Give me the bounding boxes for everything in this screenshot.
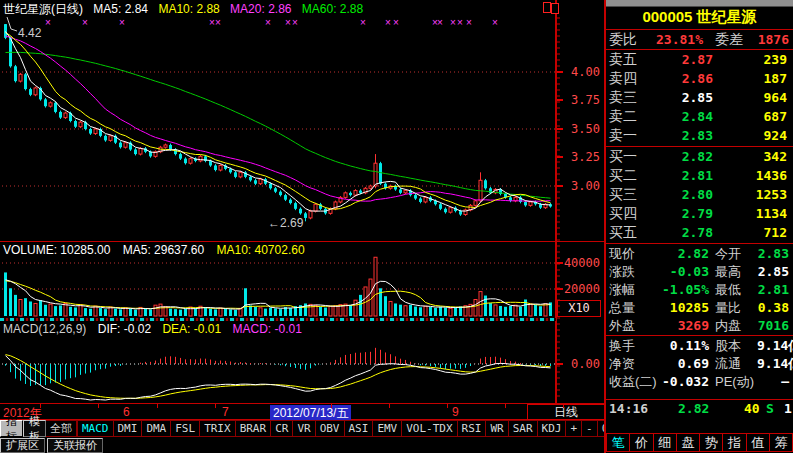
- info-value: -0.03: [655, 263, 709, 281]
- panel-divider-line: [606, 335, 793, 336]
- bid-row-price: 2.79: [651, 204, 713, 223]
- svg-text:×: ×: [119, 17, 125, 28]
- quote-tab-笔[interactable]: 笔: [606, 433, 630, 452]
- window-restore-icon[interactable]: [543, 2, 559, 13]
- info-label: 内盘: [709, 317, 757, 335]
- template-button[interactable]: 模板: [23, 420, 46, 437]
- ask-row[interactable]: 卖五2.87239: [606, 50, 793, 69]
- bid-row-price: 2.81: [651, 166, 713, 185]
- indicator-tab-macd[interactable]: MACD: [77, 420, 114, 437]
- indicator-tab-vol-tdx[interactable]: VOL-TDX: [402, 420, 457, 437]
- indicator-tab-brar[interactable]: BRAR: [236, 420, 272, 437]
- info-value: 2.82: [655, 245, 709, 263]
- weicha-value: 1876: [743, 31, 789, 48]
- bid-row[interactable]: 买五2.78712: [606, 223, 793, 242]
- indicator-tab-obv[interactable]: OBV: [316, 420, 345, 437]
- panel-divider-line: [606, 29, 793, 30]
- indicator-button[interactable]: 指标: [0, 420, 23, 437]
- info-value: 3269: [655, 317, 709, 335]
- quote-tab-筹[interactable]: 筹: [770, 433, 793, 452]
- svg-text:×: ×: [82, 17, 88, 28]
- info-label: 最高: [709, 263, 757, 281]
- indicator-tab-asi[interactable]: ASI: [345, 420, 374, 437]
- bid-row[interactable]: 买二2.811436: [606, 166, 793, 185]
- x-axis-label: 9: [452, 405, 459, 419]
- quote-tab-价[interactable]: 价: [630, 433, 653, 452]
- pane-divider: [0, 241, 605, 242]
- indicator-tab-kdj[interactable]: KDJ: [538, 420, 567, 437]
- bid-row[interactable]: 买一2.82342: [606, 147, 793, 166]
- x-axis-tick: [157, 404, 158, 408]
- info-label: 收益(二): [609, 373, 655, 391]
- ask-row-price: 2.83: [651, 126, 713, 145]
- linked-quotes-button[interactable]: 关联报价: [47, 438, 103, 453]
- all-button[interactable]: 全部: [46, 420, 77, 437]
- info-row: 现价2.82今开2.83: [606, 245, 793, 263]
- volume-header: VOLUME: 10285.00 MA5: 29637.60 MA10: 407…: [3, 243, 314, 257]
- volume-axis-label: 40000: [558, 256, 600, 270]
- info-row: 涨跌-0.03最高2.85: [606, 263, 793, 281]
- info-value: 2.85: [757, 263, 789, 281]
- weicha-label: 委差: [703, 31, 743, 48]
- indicator-tab-rsi[interactable]: RSI: [458, 420, 487, 437]
- bid-row-price: 2.82: [651, 147, 713, 166]
- info-row: 涨幅-1.05%最低2.81: [606, 281, 793, 299]
- indicator-tab-vr[interactable]: VR: [293, 420, 315, 437]
- volume-ma5: MA5: 29637.60: [123, 243, 204, 257]
- x-axis-tick: [505, 404, 506, 408]
- ask-row-label: 卖一: [609, 126, 651, 145]
- indicator-tab-emv[interactable]: EMV: [373, 420, 402, 437]
- volume-ma10: MA10: 40702.60: [217, 243, 305, 257]
- bid-row[interactable]: 买四2.791134: [606, 204, 793, 223]
- chart-title: 世纪星源(日线): [3, 2, 83, 16]
- info-label: 今开: [709, 245, 757, 263]
- info-value: -1.05%: [655, 281, 709, 299]
- ask-row[interactable]: 卖四2.86187: [606, 69, 793, 88]
- indicator-tab-dmi[interactable]: DMI: [114, 420, 143, 437]
- ask-row[interactable]: 卖一2.83924: [606, 126, 793, 145]
- svg-text:×: ×: [292, 17, 298, 28]
- bid-row-price: 2.78: [651, 223, 713, 242]
- bid-row[interactable]: 买三2.801253: [606, 185, 793, 204]
- svg-text:×: ×: [466, 17, 472, 28]
- quote-tab-盘[interactable]: 盘: [677, 433, 700, 452]
- quote-tab-值[interactable]: 值: [747, 433, 770, 452]
- indicator-tab-cr[interactable]: CR: [271, 420, 293, 437]
- zoom-in-button[interactable]: +: [566, 420, 582, 437]
- quote-tab-势[interactable]: 势: [700, 433, 723, 452]
- x-axis-label: 6: [123, 405, 130, 419]
- quote-panel-tabs: 笔价细盘势指值筹: [606, 433, 793, 452]
- period-selector[interactable]: 日线: [527, 404, 605, 420]
- info-label: PE(动): [709, 373, 757, 391]
- volume-unit-box: X10: [557, 300, 601, 317]
- tick-time: 14:16: [609, 401, 648, 416]
- ask-row-label: 卖三: [609, 88, 651, 107]
- indicator-tab-sar[interactable]: SAR: [509, 420, 538, 437]
- svg-text:×: ×: [437, 17, 443, 28]
- price-axis-label: 4.00: [558, 65, 600, 79]
- dif-value: DIF: -0.02: [98, 322, 151, 336]
- x-axis-label: 7: [222, 405, 229, 419]
- ask-row[interactable]: 卖三2.85964: [606, 88, 793, 107]
- ask-row-price: 2.85: [651, 88, 713, 107]
- ask-row-volume: 924: [713, 126, 787, 145]
- price-axis-label: 3.00: [558, 179, 600, 193]
- indicator-tab-wr[interactable]: WR: [486, 420, 508, 437]
- info-label: 换手: [609, 337, 655, 355]
- quote-tab-指[interactable]: 指: [723, 433, 746, 452]
- candlestick-chart-canvas[interactable]: ×××××××××××××××××: [0, 0, 605, 403]
- weibi-row: 委比 23.81% 委差 1876: [606, 31, 793, 48]
- expand-area-button[interactable]: 扩展区: [0, 438, 45, 453]
- svg-text:×: ×: [457, 17, 463, 28]
- ask-row-label: 卖五: [609, 50, 651, 69]
- svg-text:×: ×: [285, 17, 291, 28]
- indicator-tab-trix[interactable]: TRIX: [200, 420, 236, 437]
- zoom-out-button[interactable]: -: [582, 420, 598, 437]
- ask-row[interactable]: 卖二2.84687: [606, 107, 793, 126]
- bid-row-label: 买五: [609, 223, 651, 242]
- svg-text:×: ×: [492, 17, 498, 28]
- quote-tab-细[interactable]: 细: [654, 433, 677, 452]
- indicator-tab-dma[interactable]: DMA: [142, 420, 171, 437]
- indicator-tab-fsl[interactable]: FSL: [171, 420, 200, 437]
- macd-title: MACD(12,26,9): [3, 322, 86, 336]
